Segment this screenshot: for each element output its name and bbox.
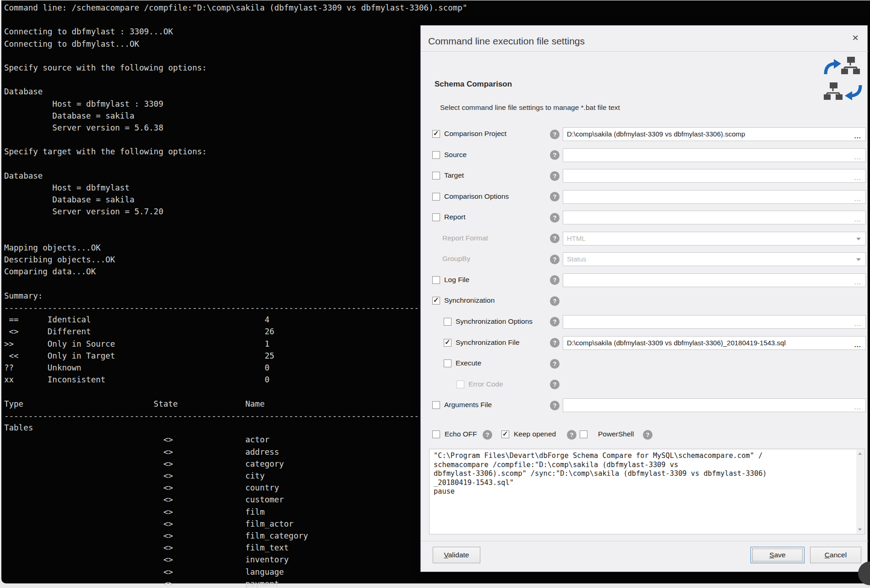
bat-file-text: "C:\Program Files\Devart\dbForge Schema …: [434, 452, 767, 496]
input-source[interactable]: ...: [563, 148, 866, 162]
label-error-code: Error Code: [468, 380, 503, 388]
help-icon-synchronization-file[interactable]: [550, 338, 560, 348]
value-groupby: Status: [567, 253, 587, 266]
label-report-format: Report Format: [442, 234, 488, 242]
checkbox-source[interactable]: [432, 151, 440, 159]
label-execute: Execute: [456, 359, 481, 367]
console-output: Command line: /schemacompare /compfile:"…: [4, 2, 467, 588]
checkbox-synchronization-file[interactable]: [444, 339, 451, 347]
combo-groupby[interactable]: Status: [563, 252, 866, 266]
cancel-button[interactable]: Cancel: [810, 547, 861, 563]
label-synchronization-file: Synchronization File: [456, 338, 520, 347]
browse-ellipsis-icon: ...: [854, 403, 861, 411]
label-powershell: PowerShell: [598, 430, 634, 438]
checkbox-target[interactable]: [432, 172, 440, 180]
help-icon-synchronization-options[interactable]: [550, 317, 560, 327]
checkbox-arguments-file[interactable]: [432, 401, 440, 409]
browse-ellipsis-icon: ...: [854, 132, 861, 140]
screen-frame: Command line: /schemacompare /compfile:"…: [0, 0, 870, 588]
browse-ellipsis-icon: ...: [854, 341, 861, 348]
input-log-file[interactable]: ...: [563, 273, 866, 287]
section-subtitle: Select command line file settings to man…: [440, 103, 620, 112]
checkbox-log-file[interactable]: [432, 276, 440, 284]
checkbox-error-code[interactable]: [457, 381, 464, 388]
label-source: Source: [444, 151, 467, 159]
label-comparison-options: Comparison Options: [444, 192, 509, 201]
input-comparison-options[interactable]: ...: [563, 190, 866, 204]
help-icon-powershell[interactable]: [643, 430, 652, 440]
help-icon-comparison-project[interactable]: [550, 130, 560, 139]
help-icon-arguments-file[interactable]: [550, 401, 560, 410]
chevron-down-icon: [856, 238, 861, 240]
browse-ellipsis-icon: ...: [854, 278, 861, 286]
browse-ellipsis-icon: ...: [854, 320, 861, 327]
close-icon[interactable]: ✕: [849, 32, 861, 44]
command-line-settings-dialog: Command line execution file settings ✕ S…: [420, 25, 868, 572]
checkbox-synchronization[interactable]: [432, 297, 440, 305]
input-synchronization-file[interactable]: D:\comp\sakila (dbfmylast-3309 vs dbfmyl…: [563, 336, 866, 350]
schema-compare-icon: [823, 56, 863, 103]
help-icon-execute[interactable]: [550, 359, 560, 369]
input-target[interactable]: ...: [563, 169, 866, 183]
help-icon-source[interactable]: [550, 150, 560, 160]
label-keep-opened: Keep opened: [514, 430, 556, 438]
chevron-down-icon: [856, 258, 861, 261]
checkbox-execute[interactable]: [444, 359, 451, 367]
bat-file-text-box[interactable]: "C:\Program Files\Devart\dbForge Schema …: [429, 449, 865, 534]
validate-button[interactable]: Validate: [433, 547, 480, 563]
save-button[interactable]: Save: [750, 547, 805, 563]
value-report-format: HTML: [567, 232, 586, 245]
combo-report-format[interactable]: HTML: [563, 232, 866, 245]
label-report: Report: [444, 213, 466, 221]
input-synchronization-options[interactable]: ...: [563, 315, 866, 329]
label-groupby: GroupBy: [442, 255, 470, 263]
input-comparison-project[interactable]: D:\comp\sakila (dbfmylast-3309 vs dbfmyl…: [563, 127, 866, 141]
checkbox-comparison-options[interactable]: [432, 193, 440, 201]
label-log-file: Log File: [444, 276, 469, 284]
section-title: Schema Comparison: [435, 80, 512, 89]
help-icon-report-format[interactable]: [550, 234, 560, 243]
scroll-up-icon[interactable]: [856, 450, 864, 457]
label-comparison-project: Comparison Project: [444, 130, 506, 138]
checkbox-echo-off[interactable]: [432, 430, 440, 438]
help-icon-keep-opened[interactable]: [567, 430, 576, 440]
help-icon-target[interactable]: [550, 171, 560, 181]
footer-separator: [421, 541, 868, 541]
browse-ellipsis-icon: ...: [854, 215, 861, 223]
checkbox-report[interactable]: [432, 213, 440, 221]
label-target: Target: [444, 171, 464, 180]
help-icon-echo-off[interactable]: [483, 430, 492, 440]
scrollbar[interactable]: [856, 450, 864, 534]
browse-ellipsis-icon: ...: [854, 153, 861, 161]
label-synchronization: Synchronization: [444, 296, 495, 305]
checkbox-powershell[interactable]: [580, 430, 587, 438]
checkbox-keep-opened[interactable]: [501, 430, 509, 438]
label-echo-off: Echo OFF: [445, 430, 477, 438]
help-icon-comparison-options[interactable]: [550, 192, 560, 201]
input-report[interactable]: ...: [563, 211, 866, 224]
help-icon-report[interactable]: [550, 213, 560, 223]
help-icon-synchronization[interactable]: [550, 296, 560, 306]
dialog-title: Command line execution file settings: [428, 36, 585, 47]
browse-ellipsis-icon: ...: [854, 174, 861, 181]
checkbox-synchronization-options[interactable]: [444, 318, 451, 326]
input-arguments-file[interactable]: ...: [563, 398, 866, 412]
label-synchronization-options: Synchronization Options: [456, 317, 533, 326]
label-arguments-file: Arguments File: [444, 401, 492, 409]
help-icon-log-file[interactable]: [550, 275, 560, 285]
value-comparison-project: D:\comp\sakila (dbfmylast-3309 vs dbfmyl…: [567, 128, 745, 141]
scroll-down-icon[interactable]: [856, 526, 864, 534]
value-synchronization-file: D:\comp\sakila (dbfmylast-3309 vs dbfmyl…: [567, 337, 786, 349]
title-separator: [421, 51, 868, 52]
help-icon-error-code[interactable]: [550, 380, 560, 389]
help-icon-groupby[interactable]: [550, 255, 560, 264]
checkbox-comparison-project[interactable]: [432, 130, 440, 138]
browse-ellipsis-icon: ...: [854, 195, 861, 202]
